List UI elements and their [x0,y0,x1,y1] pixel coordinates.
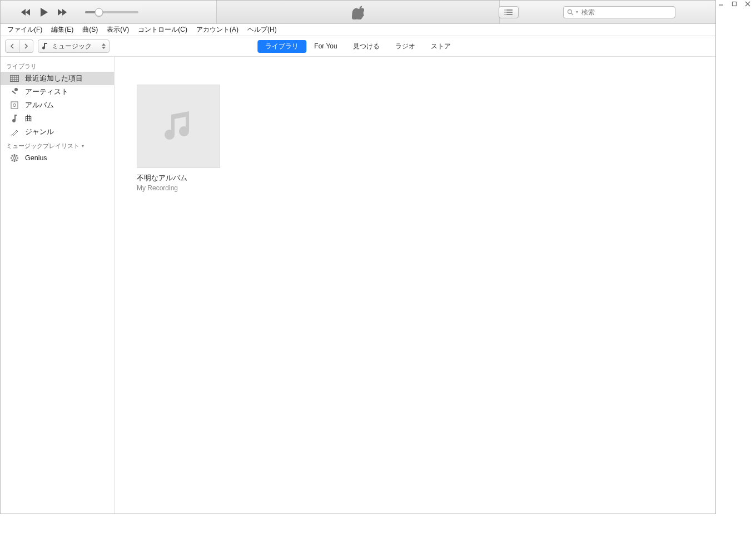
sidebar: ライブラリ 最近追加した項目 アーティスト アルバム 曲 ジャンル [1,57,115,514]
svg-point-7 [505,9,506,11]
nav-history [5,40,33,53]
sidebar-item-albums[interactable]: アルバム [1,98,114,112]
album-icon [9,100,19,110]
svg-point-22 [13,157,16,160]
apple-logo-icon [352,5,364,19]
menu-bar: ファイル(F) 編集(E) 曲(S) 表示(V) コントロール(C) アカウント… [1,24,715,36]
svg-point-28 [16,155,17,156]
sidebar-item-label: アーティスト [25,87,68,97]
svg-point-18 [14,88,18,91]
svg-point-9 [505,14,506,15]
svg-line-11 [571,13,573,15]
album-title: 不明なアルバム [137,174,219,183]
album-art-placeholder [137,85,220,168]
up-next-button[interactable] [499,6,519,18]
sidebar-item-songs[interactable]: 曲 [1,112,114,125]
svg-point-29 [12,160,13,161]
media-picker[interactable]: ミュージック [38,40,110,53]
tab-library[interactable]: ライブラリ [257,40,306,53]
grid-icon [9,73,19,83]
sidebar-item-label: Genius [25,154,47,162]
chevron-updown-icon [102,43,106,49]
body: ライブラリ 最近追加した項目 アーティスト アルバム 曲 ジャンル [1,57,715,514]
menu-controls[interactable]: コントロール(C) [133,24,192,36]
tab-for-you[interactable]: For You [306,41,345,52]
sidebar-item-label: アルバム [25,101,54,110]
music-note-icon [42,42,48,50]
menu-help[interactable]: ヘルプ(H) [243,24,281,36]
sidebar-item-label: 曲 [25,114,32,124]
sidebar-header-playlists[interactable]: ミュージックプレイリスト ▾ [1,139,114,151]
menu-edit[interactable]: 編集(E) [47,24,78,36]
search-input[interactable] [580,8,672,17]
microphone-icon [9,87,19,97]
play-button[interactable] [38,7,49,18]
chevron-down-icon: ▾ [82,144,84,149]
volume-slider[interactable] [85,11,138,13]
svg-rect-20 [11,102,18,108]
svg-point-24 [14,161,15,162]
svg-point-10 [568,9,572,13]
tab-radio[interactable]: ラジオ [387,40,423,53]
svg-point-27 [12,155,13,156]
player-bar: ▾ [1,1,715,24]
svg-point-26 [17,157,18,159]
svg-point-25 [11,157,12,159]
sidebar-item-label: 最近追加した項目 [25,74,83,83]
section-tabs: ライブラリ For You 見つける ラジオ ストア [257,36,458,56]
previous-button[interactable] [21,7,32,18]
sidebar-item-recently-added[interactable]: 最近追加した項目 [1,72,114,85]
menu-account[interactable]: アカウント(A) [192,24,243,36]
sidebar-item-genius[interactable]: Genius [1,151,114,165]
album-tile[interactable]: 不明なアルバム My Recording [137,85,219,192]
sidebar-header-library: ライブラリ [1,59,114,72]
forward-button[interactable] [19,40,33,53]
svg-point-21 [13,104,16,107]
album-artist: My Recording [137,184,219,192]
player-bar-right: ▾ [499,1,712,23]
genius-icon [9,153,19,163]
album-grid: 不明なアルバム My Recording [115,57,715,514]
note-icon [9,113,19,124]
sidebar-item-artists[interactable]: アーティスト [1,85,114,98]
menu-file[interactable]: ファイル(F) [3,24,47,36]
svg-point-8 [505,12,506,13]
search-field[interactable]: ▾ [563,6,675,18]
now-playing-display [216,1,500,23]
tab-store[interactable]: ストア [423,40,459,53]
search-dropdown-icon[interactable]: ▾ [576,9,578,14]
menu-song[interactable]: 曲(S) [78,24,102,36]
sidebar-item-label: ジャンル [25,127,54,137]
menu-view[interactable]: 表示(V) [102,24,133,36]
guitar-icon [9,127,19,137]
itunes-window: ▾ ファイル(F) 編集(E) 曲(S) 表示(V) コントロール(C) アカウ… [0,0,716,514]
playback-controls [1,7,74,18]
next-button[interactable] [56,7,67,18]
media-picker-label: ミュージック [52,42,92,51]
svg-point-30 [16,160,17,161]
sidebar-item-genres[interactable]: ジャンル [1,125,114,139]
svg-point-23 [14,155,15,156]
svg-rect-19 [12,91,16,95]
tab-browse[interactable]: 見つける [345,40,387,53]
nav-bar: ミュージック ライブラリ For You 見つける ラジオ ストア [1,36,715,57]
back-button[interactable] [5,40,19,53]
search-icon [567,9,574,16]
